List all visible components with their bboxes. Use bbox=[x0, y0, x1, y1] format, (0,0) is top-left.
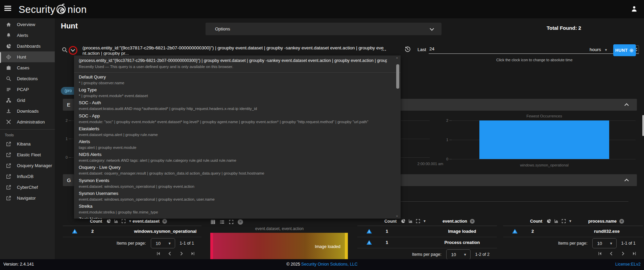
query-dropdown-toggle-icon[interactable] bbox=[71, 47, 75, 52]
sidebar-item-hunt[interactable]: Hunt bbox=[0, 51, 55, 62]
dropdown-item-zeek-notice[interactable]: Zeek Notice bbox=[79, 217, 387, 219]
prev-page-icon[interactable] bbox=[167, 250, 173, 257]
units-select[interactable]: hours▾ bbox=[590, 47, 607, 52]
fewest-occurrences-title: Fewest Occurrences bbox=[453, 114, 636, 118]
scroll-up-icon[interactable]: ⌃ bbox=[396, 57, 399, 61]
first-page-icon[interactable] bbox=[155, 250, 162, 257]
last-page-icon[interactable] bbox=[631, 250, 638, 257]
maximize-icon[interactable] bbox=[229, 219, 234, 225]
dropdown-item-alerts[interactable]: Alertstags:alert | groupby event.module bbox=[79, 139, 387, 150]
table-row[interactable]: 1 Process creation bbox=[357, 237, 497, 248]
expand-icon[interactable] bbox=[121, 219, 126, 224]
page-size-select[interactable]: 10▼ bbox=[592, 238, 617, 248]
license-link[interactable]: License:ELv2 bbox=[615, 262, 641, 267]
warning-triangle-icon[interactable] bbox=[366, 240, 372, 245]
table-row[interactable]: 1 Image loaded bbox=[357, 226, 497, 237]
warning-triangle-icon[interactable] bbox=[366, 228, 372, 234]
prev-page-icon[interactable] bbox=[608, 250, 615, 257]
caret-down-icon[interactable]: ▼ bbox=[423, 219, 426, 223]
sankey-target-node[interactable] bbox=[345, 233, 348, 259]
last-page-icon[interactable] bbox=[190, 250, 196, 257]
page-size-select[interactable]: 10▼ bbox=[446, 249, 471, 259]
dropdown-item-nids-alerts[interactable]: NIDS Alertsevent.category: network AND t… bbox=[79, 152, 387, 162]
close-icon[interactable]: ✕ bbox=[238, 219, 243, 225]
list-view-icon[interactable] bbox=[219, 219, 225, 225]
bar-chart-icon[interactable] bbox=[408, 219, 413, 224]
sidebar-item-overview[interactable]: Overview bbox=[0, 19, 55, 30]
warning-triangle-icon[interactable] bbox=[72, 228, 78, 234]
sidebar-item-navigator[interactable]: Navigator bbox=[0, 193, 55, 203]
history-clock-icon[interactable] bbox=[404, 46, 411, 53]
sidebar-item-dashboards[interactable]: Dashboards bbox=[0, 41, 55, 51]
sidebar-item-osquery-manager[interactable]: Osquery Manager bbox=[0, 160, 55, 171]
page-size-select[interactable]: 10▼ bbox=[151, 238, 175, 248]
external-link-icon bbox=[6, 152, 11, 158]
sidebar-item-elastic-fleet[interactable]: Elastic Fleet bbox=[0, 149, 55, 160]
warning-triangle-icon[interactable] bbox=[512, 228, 518, 234]
timeline-ytick: 0 bbox=[62, 155, 68, 159]
pagination bbox=[63, 249, 201, 257]
dropdown-item-sysmon-events[interactable]: Sysmon Eventsevent.dataset: windows.sysm… bbox=[79, 178, 387, 188]
table-row[interactable]: 2 windows.sysmon_operational bbox=[63, 226, 201, 237]
remove-field-icon[interactable]: ✕ bbox=[470, 219, 475, 224]
bar-chart-icon[interactable] bbox=[114, 219, 119, 224]
sidebar-item-administration[interactable]: Administration bbox=[0, 116, 55, 127]
dropdown-item-soc-app[interactable]: SOC - Appevent.module: "soc" | groupby e… bbox=[79, 113, 387, 124]
sidebar-item-detections[interactable]: Detections bbox=[0, 73, 55, 84]
tools-icon bbox=[6, 119, 11, 125]
table-view-icon[interactable] bbox=[210, 219, 216, 225]
dropdown-item-soc-auth[interactable]: SOC - Authevent.dataset:kratos.audit AND… bbox=[79, 100, 387, 111]
pie-chart-icon[interactable] bbox=[106, 219, 111, 224]
sidebar-nav: Overview Alerts Dashboards Hunt Cases De… bbox=[0, 18, 55, 259]
briefcase-icon bbox=[6, 65, 11, 71]
expand-icon[interactable] bbox=[415, 219, 421, 224]
count-header: Count bbox=[384, 219, 397, 224]
hunt-button[interactable]: HUNT⊕ bbox=[613, 44, 636, 56]
dropdown-item-osquery-live-query[interactable]: Osquery - Live Queryevent.dataset: osque… bbox=[79, 165, 387, 175]
sidebar-item-grid[interactable]: Grid bbox=[0, 95, 55, 106]
pie-chart-icon[interactable] bbox=[546, 219, 551, 224]
sidebar-item-downloads[interactable]: Downloads bbox=[0, 106, 55, 116]
menu-icon[interactable] bbox=[4, 6, 11, 11]
dropdown-item-sysmon-usernames[interactable]: Sysmon Usernamesevent.dataset: windows.s… bbox=[79, 191, 387, 201]
dropdown-item-recent-query[interactable]: (process.entity_id:"{9cc37817-c29b-6821-… bbox=[79, 58, 387, 69]
expand-icon[interactable] bbox=[561, 219, 566, 224]
table-row[interactable]: 2 rundll32.exe bbox=[503, 226, 643, 237]
sidebar-item-cyberchef[interactable]: CyberChef bbox=[0, 182, 55, 193]
scroll-down-icon[interactable]: ⌄ bbox=[396, 213, 399, 218]
remove-field-icon[interactable]: ✕ bbox=[162, 219, 167, 224]
fewest-occurrences-bar[interactable] bbox=[479, 120, 609, 159]
caret-down-icon[interactable]: ▼ bbox=[569, 219, 572, 223]
dropdown-item-log-type[interactable]: Log Type* | groupby event.module* event.… bbox=[79, 87, 387, 98]
first-page-icon[interactable] bbox=[597, 250, 603, 257]
user-account-icon[interactable] bbox=[630, 5, 638, 13]
sidebar-item-kibana[interactable]: Kibana bbox=[0, 138, 55, 149]
next-page-icon[interactable] bbox=[178, 250, 185, 257]
dropdown-scrollbar-thumb[interactable] bbox=[396, 64, 399, 89]
sidebar-item-pcap[interactable]: PCAP bbox=[0, 84, 55, 95]
next-page-icon[interactable] bbox=[620, 250, 626, 257]
page-scrollbar-thumb[interactable] bbox=[642, 115, 644, 136]
sidebar-item-influxdb[interactable]: InfluxDB bbox=[0, 171, 55, 182]
pie-chart-icon[interactable] bbox=[401, 219, 406, 224]
caret-down-icon[interactable]: ▼ bbox=[128, 219, 132, 223]
dropdown-item-elastalerts[interactable]: Elastalertsevent.dataset:sigma.alert | g… bbox=[79, 126, 387, 137]
sankey-source-node[interactable] bbox=[210, 233, 213, 259]
duration-input[interactable]: 24 ▲▼ bbox=[429, 45, 639, 54]
groupby-table-event-action: Count ▼ event.action✕ 1 Image loaded 1 bbox=[357, 217, 497, 259]
remove-field-icon[interactable]: ✕ bbox=[619, 219, 624, 224]
sidebar-item-cases[interactable]: Cases bbox=[0, 62, 55, 73]
sankey-diagram[interactable]: Image loaded bbox=[210, 233, 348, 259]
dropdown-item-strelka[interactable]: Strelkaevent.module:strelka | groupby fi… bbox=[79, 204, 387, 214]
more-options-icon[interactable]: ... bbox=[381, 46, 387, 52]
options-panel-header[interactable]: Options bbox=[206, 23, 442, 35]
app-logo[interactable]: Securitynion bbox=[19, 3, 87, 16]
sidebar-item-alerts[interactable]: Alerts bbox=[0, 30, 55, 41]
sidebar-scrollbar-thumb[interactable] bbox=[0, 52, 1, 63]
bar-chart-icon[interactable] bbox=[554, 219, 559, 224]
query-input[interactable]: (process.entity_id:"{9cc37817-c29b-6821-… bbox=[82, 45, 384, 55]
company-link[interactable]: Security Onion Solutions, LLC bbox=[301, 262, 358, 267]
dropdown-item-default-query[interactable]: Default Query* | groupby observer.name bbox=[79, 74, 387, 85]
brand-text-2: nion bbox=[68, 4, 87, 15]
field-header: event.action✕ bbox=[443, 219, 475, 224]
